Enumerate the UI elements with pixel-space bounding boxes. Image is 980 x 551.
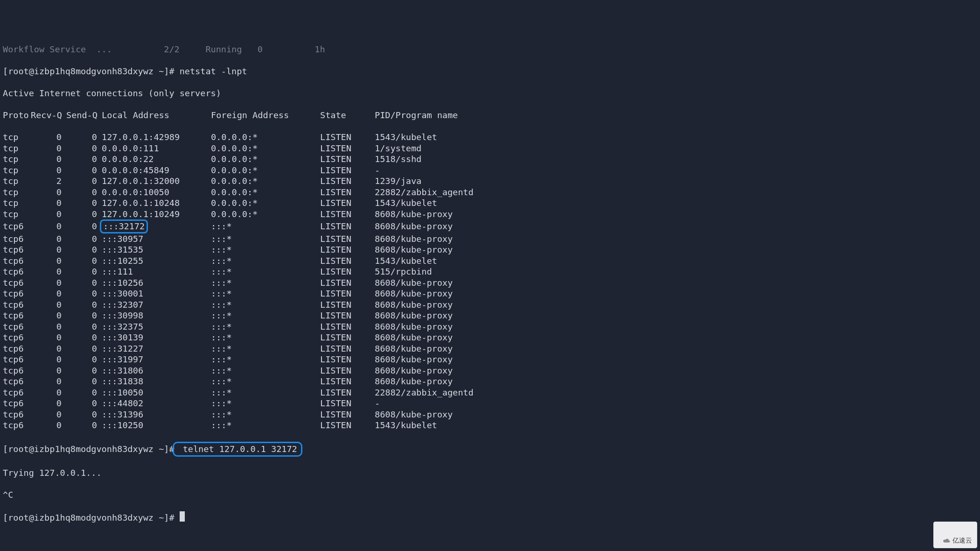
command-netstat: netstat -lnpt (180, 66, 247, 76)
shell-prompt: [root@izbp1hq8modgvonh83dxywz ~]# (3, 513, 180, 523)
table-row: tcp20127.0.0.1:320000.0.0.0:*LISTEN1239/… (3, 176, 977, 187)
cell-pidprog: 22882/zabbix_agentd (375, 187, 474, 198)
cell-state: LISTEN (320, 198, 375, 209)
cell-foreign: :::* (211, 321, 320, 332)
cell-pidprog: 8608/kube-proxy (375, 209, 453, 220)
cell-state: LISTEN (320, 277, 375, 289)
cell-foreign: :::* (211, 255, 320, 267)
cell-proto: tcp6 (3, 387, 31, 398)
cell-pidprog: 8608/kube-proxy (375, 310, 453, 321)
cell-sendq: 0 (66, 310, 97, 321)
cell-foreign: :::* (211, 288, 320, 299)
cell-local: :::31838 (102, 376, 211, 387)
table-row: tcp600:::31997:::*LISTEN8608/kube-proxy (3, 354, 977, 365)
cell-pidprog: 1543/kubelet (375, 198, 437, 209)
cell-foreign: 0.0.0.0:* (211, 176, 320, 187)
cell-foreign: :::* (211, 310, 320, 321)
cell-foreign: 0.0.0.0:* (211, 132, 320, 143)
cell-recvq: 0 (31, 221, 62, 232)
cell-recvq: 0 (31, 420, 62, 431)
cell-recvq: 0 (31, 398, 62, 409)
cell-state: LISTEN (320, 409, 375, 420)
cell-state: LISTEN (320, 321, 375, 332)
cell-proto: tcp (3, 165, 31, 176)
cell-local: :::10250 (102, 420, 211, 431)
table-row: tcp600:::31396:::*LISTEN8608/kube-proxy (3, 409, 977, 420)
cell-local: :::111 (102, 266, 211, 277)
table-row: tcp600:::10255:::*LISTEN1543/kubelet (3, 255, 977, 267)
table-row: tcp600:::30139:::*LISTEN8608/kube-proxy (3, 332, 977, 343)
cell-proto: tcp6 (3, 420, 31, 431)
cell-sendq: 0 (66, 365, 97, 376)
cell-state: LISTEN (320, 221, 375, 232)
cell-local: :::31396 (102, 409, 211, 420)
table-row: tcp000.0.0.0:458490.0.0.0:*LISTEN- (3, 165, 977, 176)
cell-recvq: 2 (31, 176, 62, 187)
cell-foreign: :::* (211, 332, 320, 343)
cell-local: :::32375 (102, 321, 211, 332)
cell-local: 127.0.0.1:32000 (102, 176, 211, 187)
cell-proto: tcp (3, 143, 31, 154)
prompt-line[interactable]: [root@izbp1hq8modgvonh83dxywz ~]# (3, 511, 977, 523)
table-row: tcp600:::31838:::*LISTEN8608/kube-proxy (3, 376, 977, 387)
output-heading: Active Internet connections (only server… (3, 88, 977, 99)
cell-state: LISTEN (320, 143, 375, 154)
cell-recvq: 0 (31, 143, 62, 154)
cell-local: :::32172 (102, 219, 211, 233)
cell-sendq: 0 (66, 209, 97, 220)
highlighted-port: :::32172 (100, 219, 148, 233)
cell-proto: tcp6 (3, 321, 31, 332)
cell-foreign: :::* (211, 343, 320, 354)
cell-recvq: 0 (31, 209, 62, 220)
cell-state: LISTEN (320, 132, 375, 143)
watermark-badge: 亿速云 (933, 522, 977, 548)
cell-pidprog: 1518/sshd (375, 154, 421, 165)
cell-recvq: 0 (31, 299, 62, 311)
cell-local: 0.0.0.0:10050 (102, 187, 211, 198)
cell-pidprog: 1543/kubelet (375, 255, 437, 267)
cell-proto: tcp (3, 209, 31, 220)
cell-pidprog: 8608/kube-proxy (375, 288, 453, 299)
cell-local: 0.0.0.0:45849 (102, 165, 211, 176)
cell-foreign: :::* (211, 387, 320, 398)
cell-pidprog: 22882/zabbix_agentd (375, 387, 474, 398)
cell-recvq: 0 (31, 187, 62, 198)
table-row: tcp600:::32375:::*LISTEN8608/kube-proxy (3, 321, 977, 332)
cell-pidprog: 8608/kube-proxy (375, 321, 453, 332)
cell-foreign: 0.0.0.0:* (211, 165, 320, 176)
cell-recvq: 0 (31, 343, 62, 354)
cell-sendq: 0 (66, 176, 97, 187)
cell-recvq: 0 (31, 154, 62, 165)
table-row: tcp600:::32172:::*LISTEN8608/kube-proxy (3, 219, 977, 233)
cell-sendq: 0 (66, 154, 97, 165)
cell-recvq: 0 (31, 266, 62, 277)
cell-sendq: 0 (66, 221, 97, 232)
cell-sendq: 0 (66, 165, 97, 176)
cell-foreign: :::* (211, 244, 320, 255)
cell-proto: tcp6 (3, 398, 31, 409)
cell-pidprog: 8608/kube-proxy (375, 409, 453, 420)
cell-state: LISTEN (320, 420, 375, 431)
cell-pidprog: 8608/kube-proxy (375, 376, 453, 387)
cell-pidprog: 8608/kube-proxy (375, 277, 453, 289)
cell-local: 127.0.0.1:42989 (102, 132, 211, 143)
table-row: tcp000.0.0.0:1110.0.0.0:*LISTEN1/systemd (3, 143, 977, 154)
cell-sendq: 0 (66, 398, 97, 409)
cell-local: :::10256 (102, 277, 211, 289)
table-header: ProtoRecv-QSend-QLocal AddressForeign Ad… (3, 110, 977, 121)
cell-proto: tcp6 (3, 343, 31, 354)
cell-local: :::32307 (102, 299, 211, 311)
table-row: tcp600:::31535:::*LISTEN8608/kube-proxy (3, 244, 977, 255)
cell-local: :::30139 (102, 332, 211, 343)
table-row: tcp600:::32307:::*LISTEN8608/kube-proxy (3, 299, 977, 311)
cell-proto: tcp6 (3, 299, 31, 311)
prompt-line[interactable]: [root@izbp1hq8modgvonh83dxywz ~]# netsta… (3, 66, 977, 77)
cell-sendq: 0 (66, 255, 97, 267)
cell-local: :::30957 (102, 233, 211, 245)
cell-local: :::31997 (102, 354, 211, 365)
cell-local: :::31227 (102, 343, 211, 354)
prompt-line[interactable]: [root@izbp1hq8modgvonh83dxywz ~]# telnet… (3, 442, 977, 457)
watermark-text: 亿速云 (952, 537, 972, 544)
hdr-sendq: Send-Q (66, 110, 97, 121)
cell-foreign: 0.0.0.0:* (211, 198, 320, 209)
